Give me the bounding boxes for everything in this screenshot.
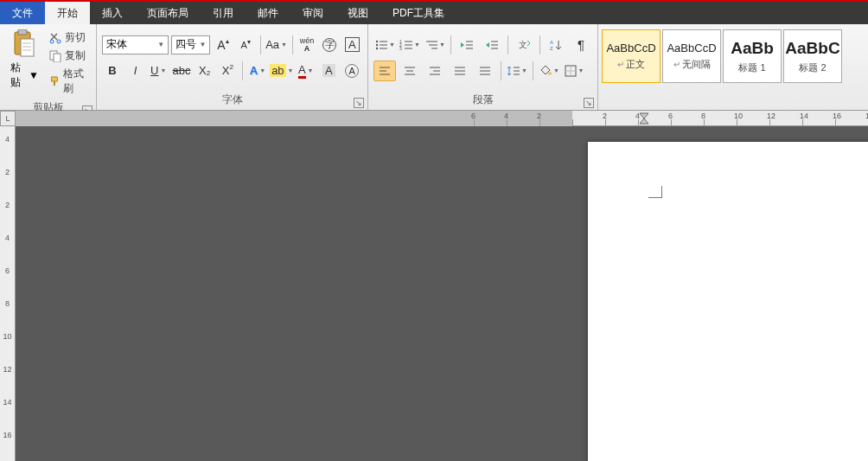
line-spacing-icon: [507, 65, 520, 77]
paste-label: 粘贴: [10, 61, 27, 90]
group-font-label: 字体: [222, 93, 243, 106]
cut-button[interactable]: 剪切: [48, 29, 91, 46]
align-right-button[interactable]: [424, 61, 446, 81]
change-case-button[interactable]: Aa▼: [265, 35, 288, 55]
copy-label: 复制: [65, 48, 86, 63]
group-paragraph: ▼ 123▼ ▼ 文 AZ ¶: [368, 24, 598, 110]
enclose-characters-button[interactable]: 字: [320, 35, 340, 55]
align-justify-button[interactable]: [449, 61, 471, 81]
document-page[interactable]: [588, 142, 868, 461]
subscript-button[interactable]: X2: [195, 61, 215, 81]
multilevel-list-button[interactable]: ▼: [424, 35, 446, 55]
font-launcher[interactable]: ↘: [354, 98, 364, 108]
svg-rect-10: [51, 77, 57, 81]
align-center-button[interactable]: [399, 61, 421, 81]
shading-button[interactable]: ▼: [538, 61, 560, 81]
document-area: L 4224681012141618 6422468101214161820: [0, 111, 868, 461]
superscript-button[interactable]: X2: [218, 61, 239, 81]
text-effects-button[interactable]: A▼: [247, 61, 268, 81]
paste-icon: [12, 29, 36, 59]
tab-home[interactable]: 开始: [45, 2, 90, 24]
show-marks-button[interactable]: ¶: [570, 35, 592, 55]
bold-button[interactable]: B: [102, 61, 123, 81]
style-tile-3[interactable]: AaBbC标题 2: [783, 29, 842, 83]
align-right-icon: [429, 66, 441, 76]
style-tile-1[interactable]: AaBbCcD↵无间隔: [662, 29, 721, 83]
horizontal-ruler[interactable]: 6422468101214161820: [16, 111, 868, 126]
style-name: ↵无间隔: [673, 58, 711, 71]
font-name-value: 宋体: [106, 37, 127, 52]
numbering-button[interactable]: 123▼: [399, 35, 421, 55]
underline-button[interactable]: U▼: [148, 61, 169, 81]
sort-button[interactable]: AZ: [545, 35, 567, 55]
sort-icon: AZ: [549, 39, 563, 51]
align-distributed-button[interactable]: [474, 61, 496, 81]
align-distributed-icon: [479, 66, 491, 76]
tab-insert[interactable]: 插入: [90, 2, 135, 24]
svg-rect-11: [54, 81, 55, 86]
chevron-down-icon: ▼: [29, 69, 39, 81]
clear-formatting-button[interactable]: A: [341, 61, 362, 81]
svg-rect-2: [21, 39, 34, 56]
brush-icon: [49, 75, 60, 87]
numbering-icon: 123: [399, 39, 412, 51]
tab-view[interactable]: 视图: [335, 2, 380, 24]
tab-mailings[interactable]: 邮件: [246, 2, 290, 24]
font-color-button[interactable]: A▼: [296, 61, 316, 81]
svg-point-16: [376, 47, 378, 48]
bullets-button[interactable]: ▼: [373, 35, 396, 55]
tab-file[interactable]: 文件: [0, 2, 45, 24]
tab-page-layout[interactable]: 页面布局: [135, 2, 201, 24]
style-preview: AaBbC: [785, 39, 839, 58]
svg-point-7: [57, 40, 61, 43]
multilevel-icon: [424, 39, 437, 51]
ribbon: 粘贴 ▼ 剪切 复制 格式刷 剪贴板 ↘: [0, 24, 868, 111]
svg-rect-1: [18, 29, 27, 35]
svg-text:Z: Z: [550, 46, 553, 51]
svg-text:A: A: [550, 40, 553, 45]
borders-button[interactable]: ▼: [563, 61, 585, 81]
menu-bar: 文件 开始 插入 页面布局 引用 邮件 审阅 视图 PDF工具集: [0, 2, 868, 24]
font-name-combo[interactable]: 宋体▼: [102, 35, 169, 54]
italic-button[interactable]: I: [125, 61, 146, 81]
paragraph-launcher[interactable]: ↘: [584, 98, 594, 108]
svg-rect-9: [54, 54, 61, 62]
font-size-combo[interactable]: 四号▼: [171, 35, 210, 54]
copy-button[interactable]: 复制: [48, 48, 91, 64]
group-clipboard: 粘贴 ▼ 剪切 复制 格式刷 剪贴板 ↘: [0, 24, 97, 110]
bucket-icon: [539, 65, 552, 77]
indent-marker[interactable]: [640, 111, 648, 126]
style-preview: AaBbCcD: [667, 42, 716, 54]
style-tile-2[interactable]: AaBb标题 1: [723, 29, 782, 83]
vertical-ruler[interactable]: 4224681012141618: [0, 126, 16, 461]
text-cursor: [648, 186, 662, 198]
style-name: 标题 2: [799, 61, 826, 74]
tab-review[interactable]: 审阅: [290, 2, 335, 24]
style-preview: AaBb: [731, 39, 774, 58]
svg-point-54: [548, 72, 552, 75]
tab-pdf-tools[interactable]: PDF工具集: [380, 2, 456, 24]
style-tile-0[interactable]: AaBbCcD↵正文: [602, 29, 661, 83]
svg-point-12: [376, 40, 378, 42]
line-spacing-button[interactable]: ▼: [506, 61, 528, 81]
shrink-font-button[interactable]: A▾: [236, 35, 256, 55]
scissors-icon: [49, 32, 61, 44]
tab-references[interactable]: 引用: [201, 2, 246, 24]
phonetic-guide-button[interactable]: wénA: [297, 35, 316, 55]
format-painter-label: 格式刷: [63, 67, 89, 96]
text-direction-button[interactable]: 文: [513, 35, 535, 55]
format-painter-button[interactable]: 格式刷: [48, 66, 91, 97]
character-border-button[interactable]: A: [342, 35, 362, 55]
highlight-button[interactable]: ab▼: [271, 61, 293, 81]
char-shading-button[interactable]: A: [319, 61, 340, 81]
strikethrough-button[interactable]: abc: [171, 61, 192, 81]
cut-label: 剪切: [65, 30, 86, 45]
tab-selector[interactable]: L: [0, 111, 16, 126]
align-left-button[interactable]: [373, 61, 396, 81]
svg-point-6: [50, 40, 54, 43]
increase-indent-button[interactable]: [481, 35, 503, 55]
decrease-indent-button[interactable]: [456, 35, 478, 55]
grow-font-button[interactable]: A▴: [213, 35, 233, 55]
group-styles: AaBbCcD↵正文AaBbCcD↵无间隔AaBb标题 1AaBbC标题 2: [598, 24, 868, 110]
paste-button[interactable]: 粘贴 ▼: [5, 26, 44, 90]
